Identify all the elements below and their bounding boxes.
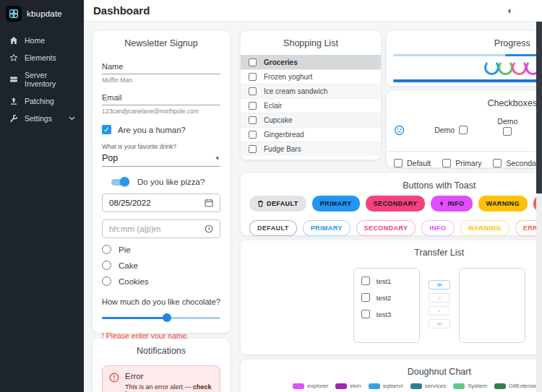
legend-swatch [293,383,304,389]
top-header: Dashboard ◐ [84,0,542,22]
radio-cake[interactable]: Cake [102,261,220,270]
human-checkbox-row[interactable]: ✓ Are you a human? [102,125,220,134]
move-right-button[interactable]: > [429,293,450,302]
sidebar-item-server-inventory[interactable]: Server Inventory [0,66,84,92]
scrollbar-thumb[interactable] [536,22,542,193]
demo-checkbox-top[interactable]: Demo [497,117,517,136]
error-outlined-button[interactable]: ERROR [515,220,536,236]
spinner-blue [484,60,499,75]
legend-swatch [369,383,380,389]
transfer-item-test3[interactable]: test3 [361,310,412,318]
checkbox-icon[interactable] [361,310,370,318]
transfer-item-test1[interactable]: test1 [361,276,412,285]
legend-item[interactable]: System [453,383,487,389]
dashboard-app: kbupdate Home Elements Server Inventory … [0,0,542,392]
legend-item[interactable]: sqlservr [369,383,403,389]
drink-select[interactable]: What is your favorite drink? Pop ▾ [102,143,220,167]
default-outlined-button[interactable]: DEFAULT [249,220,297,236]
shopping-item[interactable]: Eclair [241,98,381,113]
primary-outlined-button[interactable]: PRIMARY [303,220,350,236]
checkbox-checked-icon[interactable]: ✓ [102,125,111,134]
checkbox-icon[interactable] [459,126,468,134]
checkbox-default[interactable]: Default [394,159,431,167]
checkbox-icon[interactable] [249,58,257,66]
name-field[interactable]: Name Muffin Man [102,62,220,84]
calendar-icon[interactable] [205,199,213,207]
checkbox-icon[interactable] [361,276,370,285]
legend-item[interactable]: GitExtensions [494,383,536,389]
sidebar-item-elements[interactable]: Elements [0,49,84,66]
checkbox-icon[interactable] [361,293,370,302]
server-icon [9,75,18,84]
upload-icon [9,97,18,105]
pizza-toggle-switch[interactable] [111,178,129,186]
brand[interactable]: kbupdate [0,0,84,29]
shopping-item[interactable]: Cupcake [241,113,381,127]
move-left-button[interactable]: < [429,306,450,315]
chocolate-slider[interactable] [102,313,220,322]
theme-toggle-icon[interactable]: ◐ [507,6,513,15]
warning-outlined-button[interactable]: WARNING [460,220,509,236]
progress-card: Progress [387,31,536,86]
default-button[interactable]: DEFAULT [249,196,306,212]
date-input[interactable]: 08/25/2022 [102,193,220,212]
radio-icon[interactable] [102,245,111,254]
radio-cookies[interactable]: Cookies [102,276,220,286]
brand-name: kbupdate [27,9,62,18]
shopping-item[interactable]: Ice cream sandwich [241,84,381,98]
checkbox-secondary[interactable]: Secondary [493,159,536,167]
drink-select-control[interactable]: Pop ▾ [102,151,220,167]
newsletter-card: Newsletter Signup Name Muffin Man Email … [93,31,230,333]
checkbox-icon[interactable] [394,159,403,167]
error-circle-icon [109,373,119,392]
slider-thumb[interactable] [163,313,171,322]
shopping-item-groceries[interactable]: Groceries [241,55,381,69]
legend-item[interactable]: services [410,383,446,389]
shopping-item[interactable]: Fudge Bars [241,141,381,156]
shopping-item-label: Gingerbread [264,131,304,139]
checkbox-icon[interactable] [249,102,257,110]
info-button[interactable]: INFO [431,196,472,212]
radio-icon[interactable] [102,261,111,270]
checkbox-icon[interactable] [249,73,257,81]
error-alert: Error This is an error alert — check it … [102,365,220,392]
notifications-card: Notifications Error This is an error ale… [93,339,230,392]
radio-pie-label: Pie [119,245,131,254]
shopping-item[interactable]: Frozen yoghurt [241,69,381,84]
radio-icon[interactable] [102,276,111,286]
shopping-item-label: Eclair [264,102,282,110]
warning-button[interactable]: WARNING [478,196,528,212]
smiley-face-icon[interactable] [394,125,405,136]
primary-button[interactable]: PRIMARY [312,196,360,212]
doughnut-chart-title: Doughnut Chart [241,360,536,380]
checkbox-icon[interactable] [249,131,257,139]
legend-item[interactable]: explorer [293,383,328,389]
toggle-thumb[interactable] [120,177,129,186]
shopping-list-card: Shopping List Groceries Frozen yoghurt [241,31,381,160]
secondary-outlined-button[interactable]: SECONDARY [356,220,416,236]
sidebar-item-settings[interactable]: Settings [0,110,84,127]
checkbox-icon[interactable] [249,87,257,95]
transfer-item-test2[interactable]: test2 [361,293,412,302]
legend-item[interactable]: ekrn [335,383,361,389]
clock-icon[interactable] [205,225,213,233]
move-all-right-button[interactable]: ≫ [429,280,450,289]
secondary-button[interactable]: SECONDARY [366,196,426,212]
sidebar-item-patching[interactable]: Patching [0,92,84,110]
pizza-toggle-row[interactable]: Do you like pizza? [111,178,220,186]
info-outlined-button[interactable]: INFO [421,220,454,236]
demo-checkbox-start[interactable]: Demo [434,126,468,134]
radio-pie[interactable]: Pie [102,245,220,254]
sidebar-item-home[interactable]: Home [0,32,84,49]
checkbox-icon[interactable] [249,145,257,153]
checkbox-icon[interactable] [503,127,512,136]
vertical-scrollbar[interactable] [536,22,542,392]
email-field[interactable]: Email 123candycanelane@northpole.com [102,93,220,115]
checkbox-icon[interactable] [493,159,502,167]
checkbox-icon[interactable] [249,116,257,124]
checkbox-primary[interactable]: Primary [442,159,481,167]
shopping-item[interactable]: Gingerbread [241,127,381,141]
move-all-left-button[interactable]: ≪ [429,319,450,328]
checkbox-icon[interactable] [442,159,451,167]
time-input[interactable]: hh:mm (a|p)m [102,219,220,238]
